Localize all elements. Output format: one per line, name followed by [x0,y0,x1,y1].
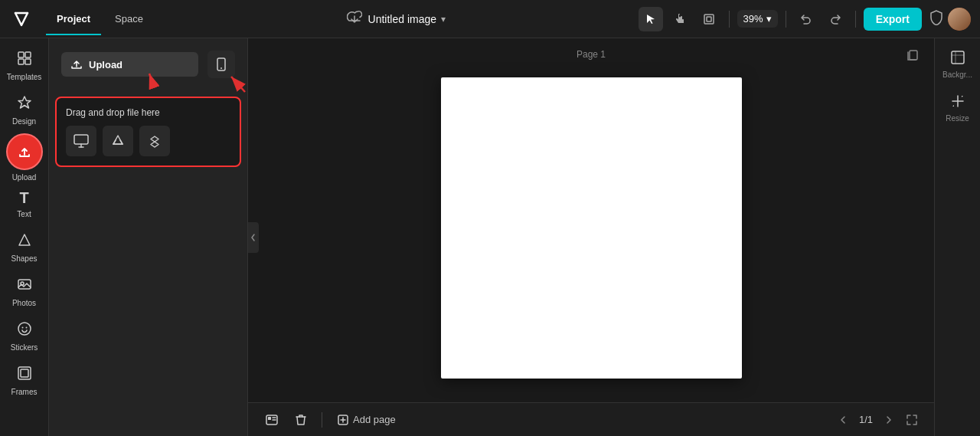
stickers-icon [17,321,32,340]
divider-3 [855,11,856,28]
svg-rect-5 [25,59,31,64]
shapes-icon [17,232,32,251]
divider-1 [729,11,730,28]
tab-project[interactable]: Project [46,8,101,29]
logo-icon[interactable] [9,7,34,31]
stickers-label: Stickers [11,343,38,352]
sidebar-item-frames[interactable]: Frames [3,359,46,402]
sidebar-item-upload[interactable]: Upload [6,133,43,182]
export-button[interactable]: Export [864,8,922,31]
sidebar-item-shapes[interactable]: Shapes [3,226,46,269]
sidebar-item-design[interactable]: Design [3,89,46,132]
delete-page-btn[interactable] [289,408,312,431]
text-icon: T [19,189,28,207]
document-title: Untitled image [368,13,437,25]
sidebar-item-text[interactable]: T Text [3,183,46,225]
svg-rect-4 [18,59,24,64]
next-page-btn[interactable] [879,410,899,430]
source-icons-row [66,126,230,156]
add-page-label: Add page [353,414,396,425]
select-tool-btn[interactable] [639,7,663,31]
canvas-page [441,77,742,379]
topbar-tabs: Project Space [46,8,154,29]
svg-rect-20 [952,51,964,64]
background-icon [951,51,965,67]
templates-icon [17,51,32,70]
upload-panel-button[interactable]: Upload [61,52,198,77]
page-label: Page 1 [577,49,606,60]
frames-label: Frames [11,388,38,396]
drag-drop-label: Drag and drop file here [66,107,230,118]
svg-point-9 [21,327,23,329]
svg-rect-18 [268,417,271,420]
shield-icon[interactable] [929,10,943,28]
upload-panel: Upload Drag and drop file here [49,38,248,436]
page-counter: 1/1 [856,414,876,425]
canvas-scroll: Page 1 [248,38,934,402]
right-tool-background[interactable]: Backgr... [938,44,978,85]
divider-2 [786,11,786,28]
cloud-save-icon [347,10,362,28]
google-drive-source-btn[interactable] [103,126,133,156]
redo-btn[interactable] [823,7,848,31]
upload-btn-label: Upload [89,59,122,70]
resize-icon [951,94,965,111]
drag-drop-area: Drag and drop file here [55,97,241,167]
topbar-left: Project Space [9,7,154,31]
topbar-tools: 39% ▾ Export [639,7,971,31]
title-area[interactable]: Untitled image ▾ [368,13,446,25]
avatar-image [948,8,971,31]
main-area: Templates Design Upload T Text [0,38,980,436]
avatar[interactable] [948,8,971,31]
dropbox-source-btn[interactable] [139,126,170,156]
photos-label: Photos [12,299,36,307]
resize-label: Resize [946,114,969,123]
topbar-center: Untitled image ▾ [347,10,446,28]
right-tool-resize[interactable]: Resize [938,88,978,129]
svg-rect-2 [18,52,24,57]
page-duplicate-icon[interactable] [906,49,919,64]
zoom-chevron-icon: ▾ [766,13,772,25]
page-thumbnail-btn[interactable] [260,408,283,431]
zoom-value: 39% [743,13,763,25]
tab-space[interactable]: Space [104,8,154,29]
phone-source-btn[interactable] [207,51,235,78]
svg-rect-0 [704,15,714,24]
zoom-control[interactable]: 39% ▾ [737,10,778,28]
hand-tool-btn[interactable] [668,7,692,31]
svg-point-10 [25,327,27,329]
sidebar-item-stickers[interactable]: Stickers [3,315,46,358]
sidebar-item-photos[interactable]: Photos [3,270,46,313]
frame-tool-btn[interactable] [697,7,721,31]
shapes-label: Shapes [11,254,38,263]
icon-sidebar: Templates Design Upload T Text [0,38,49,436]
canvas-bottom-right: 1/1 [833,410,922,430]
undo-btn[interactable] [794,7,818,31]
svg-rect-16 [910,51,917,60]
canvas-bottom-bar: Add page 1/1 [248,402,934,436]
svg-rect-12 [21,369,28,377]
svg-rect-6 [18,280,31,289]
design-label: Design [12,117,36,126]
add-page-btn[interactable]: Add page [332,411,402,428]
right-sidebar: Backgr... Resize [934,38,980,436]
text-label: Text [17,210,31,218]
computer-source-btn[interactable] [66,126,96,156]
design-icon [17,95,32,114]
templates-label: Templates [7,73,42,81]
svg-rect-3 [25,52,31,57]
panel-top-row: Upload [49,38,247,90]
canvas-area: Page 1 [248,38,934,436]
upload-circle-btn[interactable] [6,133,43,170]
svg-rect-1 [707,17,711,21]
svg-point-14 [220,67,222,69]
background-label: Backgr... [942,70,972,79]
prev-page-btn[interactable] [833,410,853,430]
frames-icon [17,366,32,385]
title-chevron-icon: ▾ [441,14,446,25]
photos-icon [17,277,32,296]
upload-label: Upload [12,173,37,182]
fit-screen-btn[interactable] [902,410,922,430]
sidebar-item-templates[interactable]: Templates [3,44,46,87]
divider-bottom [318,408,325,431]
